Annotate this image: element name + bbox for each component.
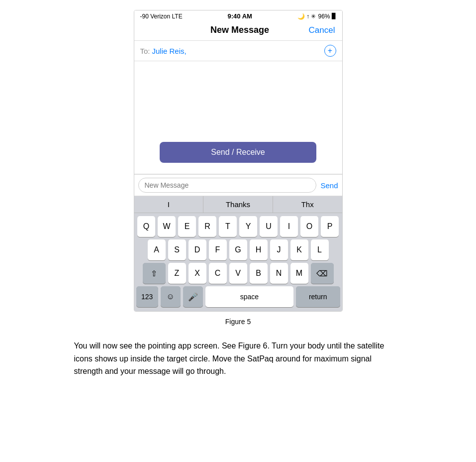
- numbers-key[interactable]: 123: [136, 286, 158, 307]
- key-l[interactable]: L: [311, 239, 329, 260]
- key-o[interactable]: O: [300, 216, 318, 237]
- return-key[interactable]: return: [296, 286, 340, 307]
- message-body-area[interactable]: Send / Receive: [134, 61, 342, 174]
- key-h[interactable]: H: [250, 239, 268, 260]
- autocomplete-item-thanks[interactable]: Thanks: [203, 196, 273, 213]
- key-j[interactable]: J: [270, 239, 288, 260]
- carrier-text: -90 Verizon LTE: [140, 13, 183, 20]
- page-container: -90 Verizon LTE 9:40 AM 🌙 ↑ ✳ 96% ▉ New …: [0, 10, 476, 381]
- key-v[interactable]: V: [229, 263, 247, 284]
- message-input-bar: Send: [134, 174, 342, 196]
- keyboard: Q W E R T Y U I O P A S D F G H J K: [134, 213, 342, 311]
- key-i[interactable]: I: [280, 216, 298, 237]
- key-x[interactable]: X: [189, 263, 206, 284]
- key-n[interactable]: N: [270, 263, 288, 284]
- emoji-key[interactable]: ☺: [161, 286, 181, 307]
- nav-title: New Message: [210, 25, 269, 35]
- key-y[interactable]: Y: [239, 216, 257, 237]
- key-z[interactable]: Z: [168, 263, 186, 284]
- phone-screenshot: -90 Verizon LTE 9:40 AM 🌙 ↑ ✳ 96% ▉ New …: [134, 10, 343, 312]
- to-field: To: Julie Reis, +: [134, 41, 342, 61]
- autocomplete-item-i[interactable]: I: [134, 196, 204, 213]
- key-m[interactable]: M: [290, 263, 308, 284]
- keyboard-row-2: A S D F G H J K L: [136, 239, 340, 260]
- recipient-text[interactable]: Julie Reis,: [152, 47, 324, 55]
- key-c[interactable]: C: [209, 263, 227, 284]
- body-paragraph-1: You will now see the pointing app screen…: [74, 340, 402, 378]
- message-input[interactable]: [138, 178, 317, 193]
- key-w[interactable]: W: [158, 216, 176, 237]
- status-misc-icons: 🌙 ↑ ✳: [297, 13, 316, 20]
- key-g[interactable]: G: [229, 239, 247, 260]
- send-receive-button[interactable]: Send / Receive: [160, 142, 316, 163]
- key-p[interactable]: P: [321, 216, 339, 237]
- to-label: To:: [140, 47, 150, 55]
- status-bar: -90 Verizon LTE 9:40 AM 🌙 ↑ ✳ 96% ▉: [134, 10, 342, 22]
- add-recipient-button[interactable]: +: [324, 45, 336, 57]
- nav-bar: New Message Cancel: [134, 22, 342, 41]
- autocomplete-row: I Thanks Thx: [134, 196, 342, 213]
- cancel-button[interactable]: Cancel: [309, 25, 335, 35]
- key-r[interactable]: R: [198, 216, 216, 237]
- figure-caption: Figure 5: [225, 318, 251, 326]
- mic-key[interactable]: 🎤: [183, 286, 203, 307]
- time-text: 9:40 AM: [228, 12, 252, 20]
- keyboard-bottom-row: 123 ☺ 🎤 space return: [136, 286, 340, 307]
- key-k[interactable]: K: [290, 239, 308, 260]
- body-text: You will now see the pointing app screen…: [64, 340, 412, 381]
- battery-icon: ▉: [332, 13, 336, 19]
- send-button[interactable]: Send: [320, 181, 338, 190]
- shift-key[interactable]: ⇧: [143, 263, 166, 284]
- key-f[interactable]: F: [209, 239, 227, 260]
- key-e[interactable]: E: [178, 216, 196, 237]
- battery-text: 96%: [318, 13, 330, 20]
- status-icons: 🌙 ↑ ✳ 96% ▉: [297, 13, 336, 20]
- space-key[interactable]: space: [205, 286, 293, 307]
- key-a[interactable]: A: [148, 239, 166, 260]
- keyboard-row-1: Q W E R T Y U I O P: [136, 216, 340, 237]
- keyboard-row-3: ⇧ Z X C V B N M ⌫: [136, 263, 340, 284]
- key-q[interactable]: Q: [137, 216, 155, 237]
- key-d[interactable]: D: [189, 239, 206, 260]
- autocomplete-item-thx[interactable]: Thx: [273, 196, 342, 213]
- delete-key[interactable]: ⌫: [311, 263, 334, 284]
- key-t[interactable]: T: [219, 216, 237, 237]
- key-u[interactable]: U: [260, 216, 278, 237]
- key-b[interactable]: B: [250, 263, 268, 284]
- key-s[interactable]: S: [168, 239, 186, 260]
